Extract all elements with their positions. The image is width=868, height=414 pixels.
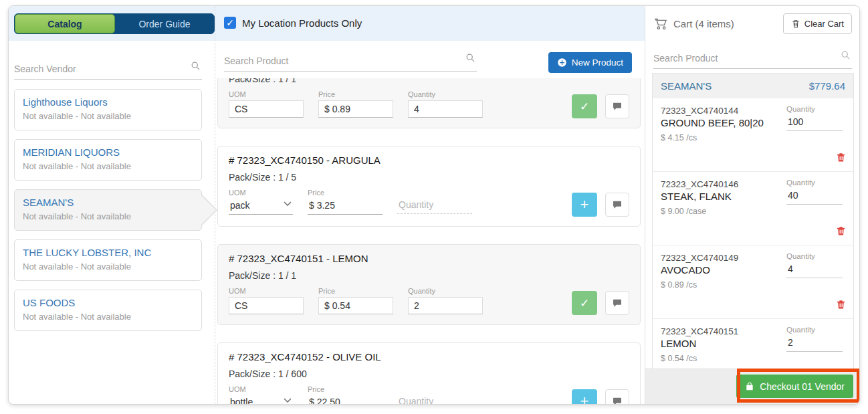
cart-panel: Cart (4 items) Clear Cart SEAMAN'S $779.… bbox=[645, 6, 860, 404]
tab-order-guide[interactable]: Order Guide bbox=[115, 14, 214, 33]
new-product-button[interactable]: New Product bbox=[548, 52, 632, 73]
new-product-label: New Product bbox=[572, 58, 623, 68]
vendor-card-meridian-liquors[interactable]: MERIDIAN LIQUORS Not available - Not ava… bbox=[14, 139, 202, 181]
product-title: # 72323_XC4740152 - OLIVE OIL bbox=[229, 351, 629, 364]
add-to-cart-button[interactable]: + bbox=[572, 193, 597, 217]
cart-search-input[interactable] bbox=[653, 50, 852, 68]
cart-item-price: $ 0.54 /cs bbox=[661, 354, 845, 363]
vendor-card-us-foods[interactable]: US FOODS Not available - Not available bbox=[14, 290, 202, 331]
quantity-label: Quantity bbox=[786, 179, 845, 187]
shopping-bag-icon bbox=[745, 381, 754, 391]
products-list[interactable]: Pack/Size : 1 / 1 UOM Price Quantity bbox=[217, 78, 641, 404]
cart-footer: Checkout 01 Vendor bbox=[645, 369, 860, 404]
comment-button[interactable] bbox=[605, 291, 629, 315]
quantity-label: Quantity bbox=[408, 90, 483, 98]
cart-item-quantity: Quantity bbox=[786, 105, 845, 131]
product-card: Pack/Size : 1 / 1 UOM Price Quantity bbox=[217, 78, 641, 128]
clear-cart-button[interactable]: Clear Cart bbox=[783, 13, 852, 34]
update-cart-button[interactable]: ✓ bbox=[572, 94, 597, 118]
location-filter: ✓ My Location Products Only bbox=[224, 17, 362, 29]
quantity-input[interactable] bbox=[397, 395, 472, 404]
cart-item-quantity: Quantity bbox=[786, 326, 845, 352]
quantity-input[interactable] bbox=[397, 198, 472, 214]
vendor-card-seamans[interactable]: SEAMAN'S Not available - Not available bbox=[14, 189, 202, 231]
comment-button[interactable] bbox=[605, 94, 629, 118]
cart-vendor-bar: SEAMAN'S $779.64 bbox=[653, 74, 853, 98]
price-input[interactable] bbox=[318, 297, 393, 314]
trash-icon bbox=[835, 225, 847, 237]
vendor-status: Not available - Not available bbox=[23, 262, 193, 272]
vendor-name: THE LUCKY LOBSTER, INC bbox=[23, 247, 193, 258]
quantity-input[interactable] bbox=[408, 297, 483, 314]
chevron-down-icon bbox=[284, 394, 292, 404]
remove-item-button[interactable] bbox=[835, 151, 847, 165]
cart-item-quantity: Quantity bbox=[786, 252, 845, 278]
remove-item-button[interactable] bbox=[835, 298, 847, 312]
trash-icon bbox=[791, 19, 800, 29]
cart-item-price: $ 9.00 /case bbox=[661, 207, 845, 216]
price-input[interactable] bbox=[308, 199, 383, 215]
cart-item-avocado: 72323_XC4740149 AVOCADO $ 0.89 /cs Quant… bbox=[653, 245, 853, 319]
quantity-label: Quantity bbox=[786, 326, 845, 334]
product-card-olive-oil: # 72323_XC4740152 - OLIVE OIL Pack/Size … bbox=[217, 342, 641, 404]
cart-icon bbox=[655, 17, 668, 30]
search-icon bbox=[841, 50, 851, 63]
cart-quantity-input[interactable] bbox=[786, 336, 843, 352]
quantity-input[interactable] bbox=[408, 100, 483, 118]
vendor-card-lucky-lobster[interactable]: THE LUCKY LOBSTER, INC Not available - N… bbox=[14, 239, 202, 281]
cart-vendor-name: SEAMAN'S bbox=[661, 80, 712, 92]
cart-quantity-input[interactable] bbox=[786, 115, 843, 131]
comment-button[interactable] bbox=[605, 389, 629, 404]
product-title: # 72323_XC4740150 - ARUGULA bbox=[229, 154, 629, 167]
cart-search bbox=[653, 50, 852, 69]
product-search-input[interactable] bbox=[224, 53, 477, 71]
price-label: Price bbox=[308, 385, 383, 393]
product-pack-size: Pack/Size : 1 / 1 bbox=[229, 270, 629, 281]
comment-icon bbox=[612, 396, 623, 404]
add-to-cart-button[interactable]: + bbox=[572, 389, 597, 404]
uom-select[interactable]: UOM bbox=[229, 189, 293, 215]
chevron-down-icon bbox=[284, 197, 292, 209]
product-pack-size: Pack/Size : 1 / 600 bbox=[229, 369, 629, 379]
vendor-status: Not available - Not available bbox=[23, 211, 193, 221]
location-filter-checkbox[interactable]: ✓ bbox=[224, 17, 236, 29]
quantity-label: Quantity bbox=[786, 252, 845, 260]
cart-quantity-input[interactable] bbox=[786, 262, 843, 278]
comment-icon bbox=[612, 101, 623, 112]
update-cart-button[interactable]: ✓ bbox=[572, 291, 597, 315]
cart-quantity-input[interactable] bbox=[786, 189, 843, 205]
vendor-status: Not available - Not available bbox=[23, 111, 193, 121]
vendor-name: MERIDIAN LIQUORS bbox=[23, 146, 193, 158]
product-card-lemon: # 72323_XC4740151 - LEMON Pack/Size : 1 … bbox=[217, 244, 641, 325]
trash-icon bbox=[835, 151, 847, 163]
uom-label: UOM bbox=[229, 90, 304, 98]
price-input[interactable] bbox=[308, 395, 383, 404]
uom-input[interactable] bbox=[229, 100, 304, 118]
selected-vendor-arrow bbox=[201, 195, 216, 225]
quantity-label: Quantity bbox=[786, 105, 845, 113]
cart-item-steak-flank: 72323_XC4740146 STEAK, FLANK $ 9.00 /cas… bbox=[653, 172, 853, 245]
remove-item-button[interactable] bbox=[835, 225, 847, 239]
vendor-search-input[interactable] bbox=[14, 61, 202, 79]
vendor-name: Lighthouse Liquors bbox=[23, 96, 193, 108]
comment-icon bbox=[612, 298, 623, 308]
vendor-search bbox=[14, 61, 202, 80]
comment-button[interactable] bbox=[605, 193, 629, 217]
uom-input[interactable] bbox=[229, 297, 304, 314]
vendor-name: US FOODS bbox=[23, 297, 193, 308]
cart-item-price: $ 4.15 /cs bbox=[661, 133, 845, 142]
cart-item-quantity: Quantity bbox=[786, 179, 845, 205]
checkout-button[interactable]: Checkout 01 Vendor bbox=[736, 375, 853, 398]
search-icon bbox=[191, 61, 201, 74]
uom-select[interactable]: UOM bbox=[229, 385, 293, 404]
clear-cart-label: Clear Cart bbox=[804, 19, 844, 29]
tab-catalog[interactable]: Catalog bbox=[15, 14, 115, 33]
cart-vendor-total: $779.64 bbox=[809, 80, 845, 92]
location-filter-label: My Location Products Only bbox=[242, 17, 362, 29]
catalog-tabs: Catalog Order Guide bbox=[14, 13, 215, 34]
price-input[interactable] bbox=[318, 100, 393, 118]
price-label: Price bbox=[318, 90, 393, 98]
vendor-card-lighthouse-liquors[interactable]: Lighthouse Liquors Not available - Not a… bbox=[14, 89, 202, 130]
quantity-label: Quantity bbox=[408, 287, 483, 295]
product-title: # 72323_XC4740151 - LEMON bbox=[229, 253, 629, 266]
